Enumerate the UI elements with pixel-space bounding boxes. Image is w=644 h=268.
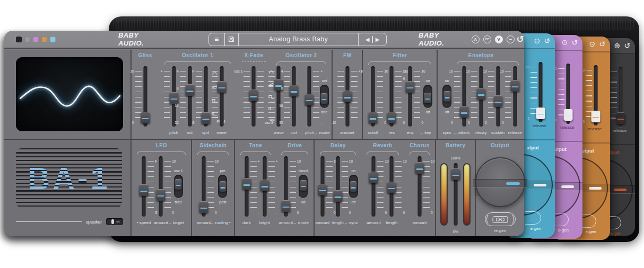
drive-amount-slider[interactable]: 100 xyxy=(277,156,294,217)
slider-track[interactable] xyxy=(188,66,192,127)
slider-handle[interactable] xyxy=(564,109,573,121)
variant-badge-icon[interactable]: ⊙ xyxy=(589,40,596,48)
toggle-handle[interactable] xyxy=(175,179,182,190)
next-preset-button[interactable]: ▶ xyxy=(376,37,380,42)
toggle-handle[interactable] xyxy=(321,93,328,104)
envelope-release-slider[interactable]: 100 xyxy=(507,66,524,127)
toggle-handle[interactable] xyxy=(424,93,431,103)
slider-handle[interactable] xyxy=(185,84,194,96)
slider-handle[interactable] xyxy=(387,182,396,193)
lfo-target-toggle[interactable]: osc 1filter xyxy=(169,156,187,217)
slider-handle[interactable] xyxy=(369,172,378,183)
slider-handle[interactable] xyxy=(451,168,460,180)
preset-name[interactable]: Analog Brass Baby xyxy=(239,33,359,46)
slider-handle[interactable] xyxy=(616,112,625,124)
osc2-oct-slider[interactable]: 481632 xyxy=(286,66,302,127)
battery-level-slider[interactable] xyxy=(449,163,462,226)
lfo-amount-slider[interactable]: 100 xyxy=(152,156,169,217)
toggle-track[interactable] xyxy=(442,85,451,108)
filter-key-toggle[interactable]: onoff xyxy=(420,66,436,127)
dots-badge[interactable]: ••• xyxy=(507,35,515,43)
save-preset-button[interactable] xyxy=(225,33,239,46)
variant-undo-icon[interactable]: ↺ xyxy=(599,40,605,48)
slider-handle[interactable] xyxy=(199,201,208,213)
osc2-pitch-slider[interactable]: +- xyxy=(302,66,317,127)
reverb-amount-slider[interactable]: 100 xyxy=(364,156,382,217)
slider-handle[interactable] xyxy=(260,180,269,191)
slider-handle[interactable] xyxy=(169,92,178,104)
slider-track[interactable] xyxy=(372,156,376,217)
slider-handle[interactable] xyxy=(140,184,149,196)
delay-amount-slider[interactable]: 100 xyxy=(315,156,330,217)
variant-release-slider[interactable]: 100 xyxy=(589,65,603,126)
fm-amount-slider[interactable]: +10-10 xyxy=(336,66,359,127)
toggle-track[interactable] xyxy=(423,85,432,108)
envelope-sustain-slider[interactable]: 100 xyxy=(490,66,507,127)
slider-handle[interactable] xyxy=(290,85,299,96)
slider-handle[interactable] xyxy=(242,178,251,190)
teal-release-slider[interactable]: 100 xyxy=(534,62,547,122)
output-knob[interactable] xyxy=(475,157,525,207)
slider-handle[interactable] xyxy=(415,162,424,174)
variant-release-slider[interactable]: 100 xyxy=(534,62,547,122)
filter-env-slider[interactable]: 100 xyxy=(401,66,420,127)
variant-undo-icon[interactable]: ↺ xyxy=(571,39,578,46)
variant-regen-button[interactable] xyxy=(525,211,542,225)
slider-handle[interactable] xyxy=(369,112,378,123)
envelope-sync-toggle[interactable]: onoff xyxy=(439,66,456,127)
tone-bright-slider[interactable]: +- xyxy=(256,156,274,217)
slider-handle[interactable] xyxy=(536,108,545,119)
toggle-handle[interactable] xyxy=(219,181,226,192)
tone-dark-slider[interactable]: +- xyxy=(238,156,256,217)
purple-release-slider[interactable]: 100 xyxy=(561,64,575,124)
toggle-track[interactable] xyxy=(174,175,183,198)
toggle-handle[interactable] xyxy=(300,180,307,191)
slider-handle[interactable] xyxy=(141,112,150,123)
slider-track[interactable] xyxy=(408,66,412,127)
filter-res-slider[interactable]: SELF90 xyxy=(382,66,401,127)
variant-release-slider[interactable]: 100 xyxy=(561,64,575,124)
prev-preset-button[interactable]: ◀ xyxy=(365,37,370,42)
slider-handle[interactable] xyxy=(459,106,468,118)
toggle-track[interactable] xyxy=(218,175,227,198)
slider-track[interactable] xyxy=(336,156,340,217)
slider-track[interactable] xyxy=(513,66,517,127)
osc1-wave-slider[interactable] xyxy=(214,66,230,127)
slider-handle[interactable] xyxy=(333,190,342,202)
skin-black-swatch[interactable] xyxy=(16,37,22,42)
toggle-handle[interactable] xyxy=(443,91,450,102)
undo-icon[interactable]: ↺ xyxy=(517,35,524,44)
slider-handle[interactable] xyxy=(387,112,396,123)
slider-handle[interactable] xyxy=(406,81,415,93)
slider-handle[interactable] xyxy=(201,112,210,124)
variant-release-slider[interactable]: 100 xyxy=(614,67,628,127)
toggle-track[interactable] xyxy=(320,85,329,108)
slider-handle[interactable] xyxy=(493,95,502,107)
a-badge[interactable]: A xyxy=(472,35,480,43)
slider-handle[interactable] xyxy=(510,80,519,92)
gliss-gliss-slider[interactable]: 100 xyxy=(134,66,157,127)
slider-handle[interactable] xyxy=(156,189,166,201)
osc2-mode-toggle[interactable]: octfine xyxy=(317,66,332,127)
filter-cutoff-slider[interactable]: 100 xyxy=(364,66,382,127)
menu-button[interactable]: ≡ xyxy=(209,33,225,46)
envelope-decay-slider[interactable]: 100 xyxy=(473,66,490,127)
sidechain-amount-slider[interactable]: 100 xyxy=(194,156,213,217)
delay-sync-toggle[interactable]: onoff xyxy=(345,156,361,217)
chorus-amount-slider[interactable]: 100 xyxy=(408,156,431,217)
variant-badge-icon[interactable]: ⊕ xyxy=(614,42,621,49)
slider-track[interactable] xyxy=(292,66,296,127)
variant-regen-button[interactable] xyxy=(553,213,570,227)
reverb-length-slider[interactable]: 100 xyxy=(382,156,401,217)
variant-regen-button[interactable] xyxy=(580,215,597,228)
slider-track[interactable] xyxy=(220,66,223,127)
charcoal-release-slider[interactable]: 100 xyxy=(614,67,628,127)
regen-button[interactable] xyxy=(485,212,516,226)
slider-handle[interactable] xyxy=(476,88,485,100)
variant-badge-icon[interactable]: ⊙ xyxy=(562,39,568,46)
slider-handle[interactable] xyxy=(217,81,226,93)
slider-handle[interactable] xyxy=(318,184,327,195)
skin-blue-swatch[interactable] xyxy=(50,37,56,42)
cc-badge[interactable]: CC xyxy=(483,35,491,43)
speaker-toggle[interactable] xyxy=(106,218,123,225)
